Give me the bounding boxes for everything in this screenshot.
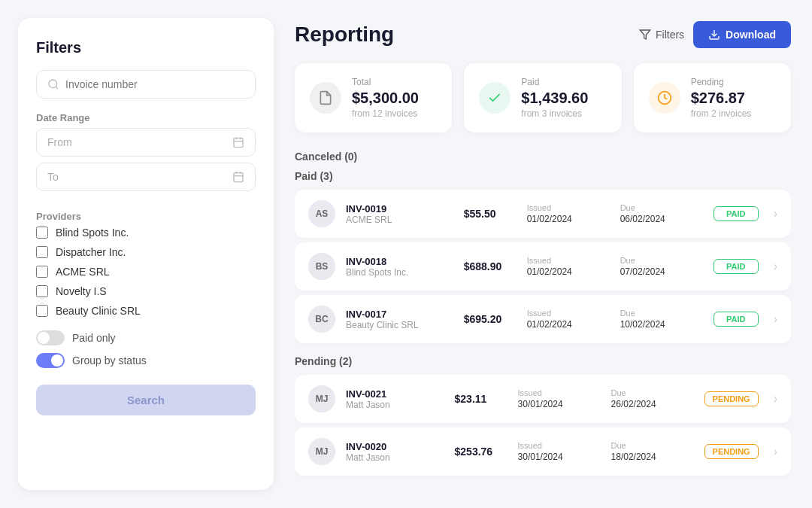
provider-checkbox-1[interactable] xyxy=(36,246,48,258)
issued-date: 01/02/2024 xyxy=(527,214,610,224)
toggle-row-0: Paid only xyxy=(36,330,256,345)
search-button[interactable]: Search xyxy=(36,385,256,415)
due-label: Due xyxy=(611,388,694,397)
issued-date-group: Issued 30/01/2024 xyxy=(518,388,601,409)
due-date: 10/02/2024 xyxy=(620,319,703,330)
providers-section: Providers Blind Spots Inc. Dispatcher In… xyxy=(36,211,256,317)
invoice-provider: Blind Spots Inc. xyxy=(346,267,408,278)
invoice-group-0: Canceled (0) xyxy=(295,151,791,163)
toggle-row-1: Group by status xyxy=(36,353,256,368)
card-amount-2: $276.87 xyxy=(691,90,752,107)
provider-checkbox-3[interactable] xyxy=(36,285,48,297)
invoice-list-2: MJ INV-0021 Matt Jason $23.11 Issued 30/… xyxy=(295,375,791,476)
invoice-provider: Matt Jason xyxy=(346,400,390,410)
provider-item: Dispatcher Inc. xyxy=(36,246,256,258)
due-label: Due xyxy=(620,256,703,265)
toggle-1[interactable] xyxy=(36,353,65,368)
group-title-2: Pending (2) xyxy=(295,355,791,367)
issued-date: 01/02/2024 xyxy=(527,319,610,330)
card-sub-0: from 12 invoices xyxy=(352,108,419,119)
issued-label: Issued xyxy=(527,309,610,318)
provider-checkbox-2[interactable] xyxy=(36,266,48,278)
summary-card-0: Total $5,300.00 from 12 invoices xyxy=(295,63,452,132)
due-date: 06/02/2024 xyxy=(620,214,703,224)
svg-marker-10 xyxy=(640,30,650,39)
avatar: AS xyxy=(308,200,335,227)
provider-checkbox-0[interactable] xyxy=(36,227,48,239)
download-button[interactable]: Download xyxy=(693,21,791,48)
due-date: 26/02/2024 xyxy=(611,399,694,409)
card-label-0: Total xyxy=(352,77,419,87)
sidebar-title: Filters xyxy=(36,39,256,56)
table-row[interactable]: MJ INV-0020 Matt Jason $253.76 Issued 30… xyxy=(295,427,791,476)
table-row[interactable]: BS INV-0018 Blind Spots Inc. $688.90 Iss… xyxy=(295,242,791,291)
due-label: Due xyxy=(620,203,703,212)
card-info-0: Total $5,300.00 from 12 invoices xyxy=(352,77,419,119)
card-info-1: Paid $1,439.60 from 3 invoices xyxy=(521,77,588,119)
summary-card-1: Paid $1,439.60 from 3 invoices xyxy=(464,63,621,132)
provider-item: Blind Spots Inc. xyxy=(36,227,256,239)
avatar: MJ xyxy=(308,385,335,412)
sidebar: Filters Date Range From To Providers Bli… xyxy=(18,18,274,490)
date-range-section: Date Range From To xyxy=(36,112,256,197)
table-row[interactable]: MJ INV-0021 Matt Jason $23.11 Issued 30/… xyxy=(295,375,791,423)
invoice-amount: $695.20 xyxy=(464,313,517,325)
toggle-0[interactable] xyxy=(36,330,65,345)
top-bar: Reporting Filters Download xyxy=(295,21,791,48)
card-label-2: Pending xyxy=(691,77,752,87)
due-date-group: Due 18/02/2024 xyxy=(611,441,694,462)
status-badge: PAID xyxy=(714,259,759,274)
invoice-amount: $23.11 xyxy=(455,393,508,405)
card-amount-1: $1,439.60 xyxy=(521,90,588,107)
invoice-provider: Matt Jason xyxy=(346,452,390,463)
from-date-input[interactable]: From xyxy=(36,128,256,157)
table-row[interactable]: AS INV-0019 ACME SRL $55.50 Issued 01/02… xyxy=(295,190,791,238)
issued-date: 01/02/2024 xyxy=(527,266,610,277)
issued-label: Issued xyxy=(527,256,610,265)
invoice-amount: $253.76 xyxy=(455,446,508,458)
invoice-number-input[interactable] xyxy=(65,78,244,90)
provider-item: Novelty I.S xyxy=(36,285,256,297)
chevron-right-icon: › xyxy=(774,312,777,326)
invoice-group-2: Pending (2) MJ INV-0021 Matt Jason $23.1… xyxy=(295,355,791,476)
page-title: Reporting xyxy=(295,23,394,47)
invoice-amount: $55.50 xyxy=(464,208,517,220)
invoice-search-box xyxy=(36,70,256,99)
avatar: BS xyxy=(308,253,335,280)
provider-name: Blind Spots Inc. xyxy=(56,227,129,239)
svg-line-1 xyxy=(56,87,58,89)
main-content: Reporting Filters Download Total $5,300 xyxy=(274,0,812,508)
issued-date-group: Issued 01/02/2024 xyxy=(527,256,610,277)
provider-item: Beauty Clinic SRL xyxy=(36,305,256,317)
search-icon xyxy=(47,78,59,90)
top-actions: Filters Download xyxy=(639,21,791,48)
chevron-right-icon: › xyxy=(774,260,777,273)
provider-name: ACME SRL xyxy=(56,266,110,278)
card-info-2: Pending $276.87 from 2 invoices xyxy=(691,77,752,119)
due-date-group: Due 06/02/2024 xyxy=(620,203,703,224)
issued-label: Issued xyxy=(518,388,601,397)
toggles-section: Paid only Group by status xyxy=(36,330,256,368)
document-icon xyxy=(310,82,341,114)
provider-name: Dispatcher Inc. xyxy=(56,246,126,258)
issued-date-group: Issued 01/02/2024 xyxy=(527,203,610,224)
date-range-label: Date Range xyxy=(36,112,256,123)
card-label-1: Paid xyxy=(521,77,588,87)
table-row[interactable]: BC INV-0017 Beauty Clinic SRL $695.20 Is… xyxy=(295,295,791,343)
checkmark-icon xyxy=(479,82,511,114)
issued-date-group: Issued 30/01/2024 xyxy=(518,441,601,462)
avatar: BC xyxy=(308,306,335,333)
due-date-group: Due 07/02/2024 xyxy=(620,256,703,277)
invoice-id-provider: INV-0019 ACME SRL xyxy=(346,203,392,225)
filters-button[interactable]: Filters xyxy=(639,29,684,41)
invoice-id: INV-0019 xyxy=(346,203,392,214)
group-title-1: Paid (3) xyxy=(295,170,791,182)
issued-label: Issued xyxy=(527,203,610,212)
provider-checkbox-4[interactable] xyxy=(36,305,48,317)
download-icon xyxy=(708,29,720,41)
due-date-group: Due 10/02/2024 xyxy=(620,309,703,330)
to-date-input[interactable]: To xyxy=(36,163,256,191)
issued-date: 30/01/2024 xyxy=(518,399,601,409)
provider-item: ACME SRL xyxy=(36,266,256,278)
status-badge: PENDING xyxy=(704,391,759,406)
